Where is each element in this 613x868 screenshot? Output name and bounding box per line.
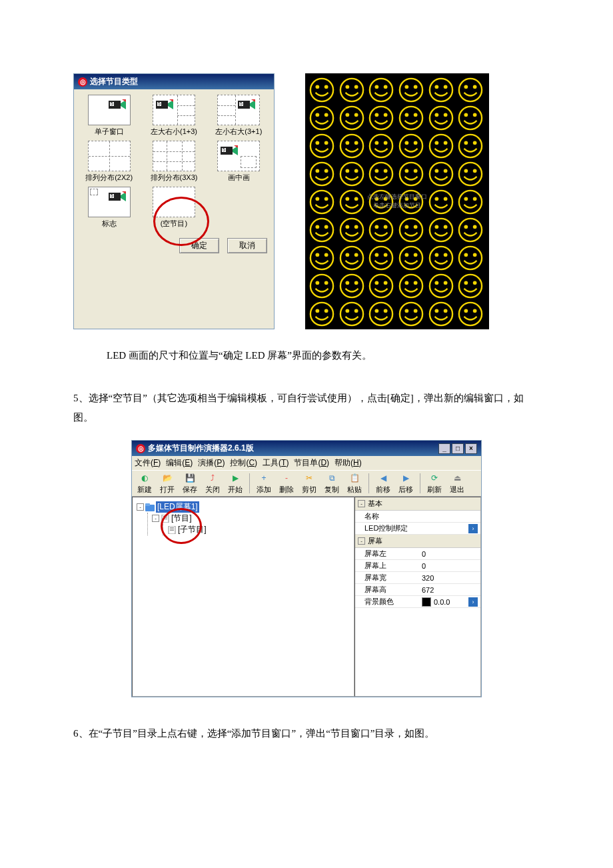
template-label: 排列分布(2X2) [85,173,133,183]
smiley-icon [458,217,483,243]
toolbar-开始[interactable]: ▶开始 [225,472,245,495]
arrow-right-icon[interactable]: › [468,597,478,607]
template-logo[interactable]: 标志 [79,187,139,229]
template-grid-2x2[interactable]: 排列分布(2X2) [79,141,139,183]
toolbar-label: 打开 [160,485,175,495]
toolbar-separator [249,473,250,493]
smiley-icon [368,105,394,131]
toolbar-粘贴[interactable]: 📋粘贴 [344,472,364,495]
toolbar-复制[interactable]: ⧉复制 [322,472,342,495]
editor-titlebar: ◎ 多媒体节目制作演播器2.6.1版 _ □ × [132,441,481,456]
menu-program-list[interactable]: 节目单(D) [294,457,329,469]
smiley-icon [458,273,483,299]
toolbar-后移[interactable]: ▶后移 [396,472,416,495]
minimize-button[interactable]: _ [438,443,450,454]
template-label: 单子窗口 [95,127,124,137]
prop-section-screen[interactable]: -屏幕 [355,535,480,548]
paragraph-step-5: 5、选择“空节目”（其它选项相当于编辑模板，可自行尝试使用），点击[确定]，弹出… [73,389,540,427]
editor-title: 多媒体节目制作演播器2.6.1版 [148,443,254,454]
toolbar-icon: ▶ [229,472,242,484]
template-left-big-right-small[interactable]: 左大右小(1+3) [144,95,203,137]
prop-section-basic[interactable]: -基本 [355,497,480,511]
smiley-icon [368,133,394,159]
menu-play[interactable]: 演播(P) [198,457,225,469]
tree-node-led-screen[interactable]: - [LED屏幕1] [137,501,350,513]
smiley-icon [428,217,454,243]
menu-control[interactable]: 控制(C) [230,457,257,469]
page-icon [161,515,170,523]
prop-row-bg-color[interactable]: 背景颜色 0.0.0› [355,596,480,608]
ok-button[interactable]: 确定 [179,238,219,253]
template-label: 画中画 [228,173,250,183]
smiley-icon [339,105,364,131]
page-icon [167,526,177,534]
dialog-titlebar: ◎ 选择节目类型 [74,74,274,89]
smiley-icon [339,273,364,299]
smiley-icon [368,217,394,243]
smiley-icon [398,133,424,159]
smiley-icon [309,161,334,187]
tree-label: [子节目] [178,524,207,535]
tree-node-sub-program[interactable]: [子节目] [167,524,350,535]
smiley-icon [398,245,424,271]
smiley-icon [309,301,334,327]
smiley-icon [398,301,424,327]
toolbar-保存[interactable]: 💾保存 [180,472,200,495]
menu-file[interactable]: 文件(F) [135,457,161,469]
toolbar-icon: ✂ [303,472,316,484]
toolbar-label: 刷新 [427,485,442,495]
prop-row-screen-width[interactable]: 屏幕宽320 [355,572,480,584]
smiley-icon [398,273,424,299]
toolbar-icon: 📂 [161,472,174,484]
toolbar-label: 后移 [398,485,413,495]
template-single-window[interactable]: 单子窗口 [79,95,139,137]
smiley-icon [428,273,454,299]
paragraph-step-6: 6、在“子节目”目录上点右键，选择“添加节目窗口”，弹出“节目窗口”目录，如图。 [73,724,540,743]
toolbar-icon: ◐ [138,472,151,484]
template-left-small-right-big[interactable]: 左小右大(3+1) [209,95,269,137]
select-program-type-dialog: ◎ 选择节目类型 单子窗口 左大右小(1+3) 左小右大 [73,73,275,329]
toolbar-关闭[interactable]: ⤴关闭 [203,472,223,495]
smiley-icon [309,77,334,103]
template-empty-program[interactable]: (空节目) [144,187,203,229]
template-picture-in-picture[interactable]: 画中画 [209,141,269,183]
cancel-button[interactable]: 取消 [227,238,267,253]
toolbar-退出[interactable]: ⏏退出 [447,472,467,495]
toolbar-icon: + [257,472,271,484]
collapse-icon[interactable]: - [152,515,159,522]
toolbar-删除[interactable]: -删除 [277,472,297,495]
collapse-icon[interactable]: - [137,503,144,511]
prop-row-screen-left[interactable]: 屏幕左0 [355,548,480,560]
arrow-right-icon[interactable]: › [468,524,478,533]
toolbar-刷新[interactable]: ⟳刷新 [424,472,444,495]
template-grid-3x3[interactable]: 排列分布(3X3) [144,141,203,183]
toolbar-打开[interactable]: 📂打开 [157,472,177,495]
toolbar-前移[interactable]: ◀前移 [373,472,393,495]
prop-row-led-bind[interactable]: LED控制绑定› [355,523,480,535]
smiley-icon [428,77,454,103]
prop-row-name[interactable]: 名称 [355,511,480,523]
close-button[interactable]: × [465,443,477,454]
program-tree[interactable]: - [LED屏幕1] - [节目] [子节目] [132,497,354,697]
toolbar-icon: 💾 [183,472,197,484]
prop-row-screen-top[interactable]: 屏幕上0 [355,560,480,572]
smiley-icon [368,301,394,327]
menu-bar: 文件(F) 编辑(E) 演播(P) 控制(C) 工具(T) 节目单(D) 帮助(… [132,456,481,470]
toolbar-新建[interactable]: ◐新建 [135,472,155,495]
smiley-icon [428,161,454,187]
menu-help[interactable]: 帮助(H) [334,457,362,469]
toolbar-label: 添加 [257,485,271,495]
toolbar-label: 粘贴 [347,485,362,495]
toolbar-separator [368,473,369,493]
toolbar-剪切[interactable]: ✂剪切 [299,472,319,495]
toolbar: ◐新建📂打开💾保存⤴关闭▶开始+添加-删除✂剪切⧉复制📋粘贴◀前移▶后移⟳刷新⏏… [132,470,481,497]
menu-edit[interactable]: 编辑(E) [166,457,193,469]
toolbar-label: 关闭 [205,485,220,495]
menu-tools[interactable]: 工具(T) [263,457,289,469]
toolbar-添加[interactable]: +添加 [254,472,274,495]
toolbar-label: 保存 [183,485,197,495]
tree-node-program[interactable]: - [节目] [152,513,350,524]
maximize-button[interactable]: □ [452,443,464,454]
smiley-icon [339,245,364,271]
prop-row-screen-height[interactable]: 屏幕高672 [355,584,480,596]
